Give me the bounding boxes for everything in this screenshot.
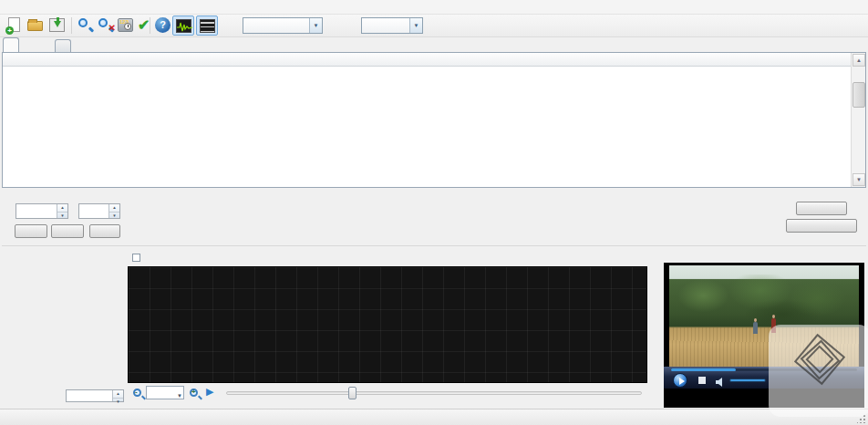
checkmark-glyph: ✔ (138, 16, 150, 34)
vertical-scrollbar[interactable]: ▲ ▼ (851, 53, 865, 187)
subtitle-table-header (3, 53, 865, 67)
auto-br-button[interactable] (89, 224, 120, 238)
person-left (753, 322, 758, 334)
waveform-canvas[interactable] (128, 266, 647, 383)
tab-source-view[interactable] (55, 39, 71, 52)
edit-panel (2, 189, 866, 246)
video-position-input[interactable] (66, 389, 124, 402)
toolbar: + ✕ 123 ✔ ? ▼ ▼ (0, 15, 868, 37)
new-file-icon[interactable]: + (5, 16, 24, 35)
scroll-up-icon[interactable]: ▲ (852, 54, 865, 67)
encoding-dropdown[interactable]: ▼ (361, 17, 423, 34)
waveform-play-icon[interactable]: ▶ (206, 386, 213, 398)
tab-list-view[interactable] (3, 37, 19, 52)
chevron-down-icon: ▼ (409, 18, 422, 33)
help-icon[interactable]: ? (154, 16, 172, 35)
spinner-arrows-icon[interactable] (57, 204, 67, 218)
status-bar (0, 409, 868, 425)
spinner-arrows-icon[interactable] (108, 204, 119, 218)
lens-glyph (78, 18, 88, 27)
format-dropdown[interactable]: ▼ (243, 17, 323, 34)
waveform-zoom-dropdown[interactable]: ▼ (146, 386, 184, 399)
waveform-slider-thumb[interactable] (348, 387, 356, 399)
folder-glyph (27, 21, 43, 31)
toolbar-separator (71, 17, 72, 34)
waveform-position-slider[interactable] (226, 391, 642, 395)
player-play-button[interactable] (673, 373, 687, 388)
question-glyph: ? (155, 17, 170, 33)
trees (669, 275, 859, 327)
scrollbar-thumb[interactable] (852, 82, 865, 108)
subtitle-list: ▲ ▼ (2, 52, 866, 188)
seek-fill (671, 368, 736, 371)
start-time-input[interactable] (16, 203, 68, 219)
plus-glyph: + (5, 26, 14, 35)
lens-glyph (98, 18, 108, 27)
x-glyph: ✕ (108, 24, 116, 33)
save-icon[interactable] (48, 16, 67, 35)
select-current-subtitle-checkbox[interactable] (132, 254, 140, 262)
spell-check-icon[interactable]: ✔ (137, 16, 155, 35)
undo-edit-button[interactable] (786, 219, 857, 233)
chevron-down-icon: ▼ (177, 390, 182, 402)
prev-button[interactable] (15, 224, 47, 238)
find-icon[interactable] (77, 16, 95, 35)
sync-glyph: 123 (118, 18, 133, 32)
spinner-arrows-icon[interactable] (112, 390, 123, 401)
instaluj-watermark (769, 325, 868, 417)
video-toggle-icon[interactable] (196, 16, 218, 36)
chevron-down-icon: ▼ (309, 18, 322, 33)
next-button[interactable] (51, 224, 84, 238)
volume-bar[interactable] (729, 378, 766, 382)
visual-sync-icon[interactable]: 123 (117, 16, 135, 35)
player-stop-button[interactable] (698, 377, 706, 384)
waveform-toggle-icon[interactable] (172, 16, 194, 36)
menu-bar (0, 0, 868, 15)
unbreak-button[interactable] (796, 202, 847, 215)
scroll-down-icon[interactable]: ▼ (852, 173, 865, 186)
open-file-icon[interactable] (26, 16, 45, 35)
view-tab-bar (2, 37, 866, 52)
subtitle-table-body (3, 67, 850, 187)
duration-input[interactable] (78, 203, 120, 219)
waveform-glyph (176, 19, 191, 33)
zoom-out-icon[interactable]: - (133, 389, 141, 397)
film-glyph (200, 19, 215, 33)
zoom-in-icon[interactable]: + (190, 389, 198, 397)
tray-glyph (49, 18, 65, 32)
toolbar-separator (150, 17, 150, 34)
replace-icon[interactable]: ✕ (97, 16, 115, 35)
